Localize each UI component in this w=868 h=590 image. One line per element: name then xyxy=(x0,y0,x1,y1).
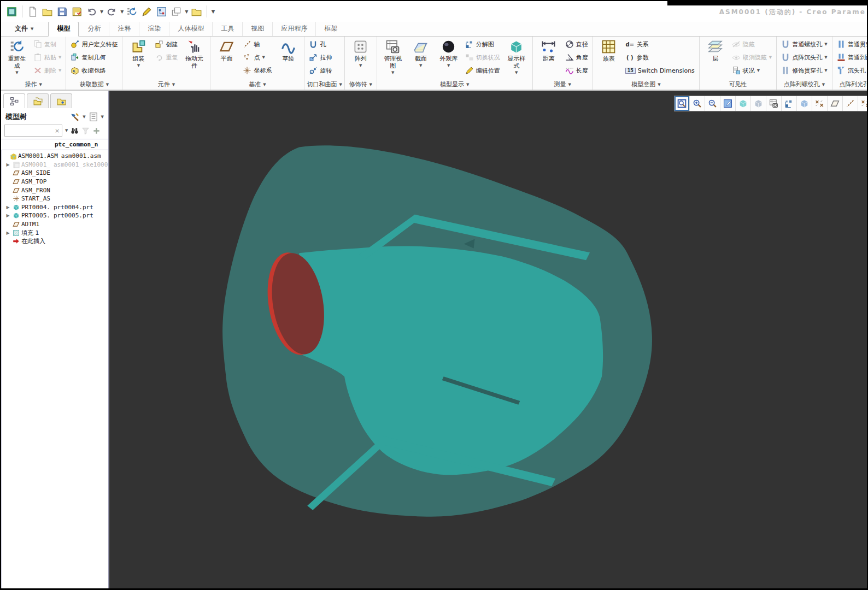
tab-analysis[interactable]: 分析 xyxy=(79,22,109,36)
tree-row-start-csys[interactable]: START_AS xyxy=(2,194,108,203)
tree-row-asm0001[interactable]: ASM0001.ASM asm0001.asm xyxy=(2,152,108,161)
tab-folder-browser[interactable] xyxy=(27,93,49,108)
group-label-pattern-threaded[interactable]: 点阵列螺纹孔▼ xyxy=(777,79,831,90)
edit-position-button[interactable]: 编辑位置 xyxy=(464,64,502,77)
tree-tools-icon[interactable] xyxy=(70,112,80,122)
tree-settings-icon[interactable] xyxy=(89,112,98,122)
cosmetic-thru-hole-button[interactable]: 修饰贯穿孔▼ xyxy=(779,64,829,77)
file-menu-button[interactable]: 文件▼ xyxy=(7,22,42,36)
section-button[interactable]: 截面▼ xyxy=(408,38,434,69)
view-manager-button[interactable] xyxy=(766,96,782,111)
add-column-icon[interactable] xyxy=(92,127,101,135)
pattern-csink-hole-button[interactable]: 点阵沉头孔▼ xyxy=(779,51,829,64)
tree-settings-arrow[interactable]: ▼ xyxy=(101,115,104,119)
regenerate-button[interactable]: 重新生成▼ xyxy=(4,38,30,76)
model-player-button[interactable] xyxy=(154,4,169,19)
paste-button[interactable]: 粘贴▼ xyxy=(32,51,63,64)
tab-applications[interactable]: 应用程序 xyxy=(272,22,315,36)
hole-button[interactable]: 孔 xyxy=(307,38,333,51)
group-label-operations[interactable]: 操作▼ xyxy=(1,79,66,90)
datum-plane-button[interactable]: 平面 xyxy=(213,38,239,62)
tab-manikin[interactable]: 人体模型 xyxy=(169,22,212,36)
tree-row-fill-1[interactable]: ▶ 填充 1 xyxy=(2,228,108,237)
3d-model-canvas[interactable] xyxy=(109,91,867,588)
distance-button[interactable]: 距离 xyxy=(536,38,562,62)
shrinkwrap-button[interactable]: 收缩包络 xyxy=(69,64,119,77)
tab-view[interactable]: 视图 xyxy=(242,22,272,36)
tree-search-input[interactable] xyxy=(4,125,62,137)
saved-orientations-button[interactable] xyxy=(751,96,766,111)
countersink-hole-button[interactable]: 沉头孔▼ xyxy=(835,64,867,77)
tab-favorites[interactable] xyxy=(50,93,72,108)
to-face-hole-button[interactable]: 普通到面 xyxy=(835,51,867,64)
group-label-cut-surface[interactable]: 切口和曲面▼ xyxy=(304,79,344,90)
display-style-toggle[interactable] xyxy=(736,96,751,111)
expander-icon[interactable]: ▶ xyxy=(5,213,11,218)
switch-status-button[interactable]: 切换状况 xyxy=(464,51,502,64)
open-session-button[interactable] xyxy=(189,4,204,19)
expander-icon[interactable]: ▶ xyxy=(5,205,11,210)
parameters-button[interactable]: ( )参数 xyxy=(624,51,696,64)
new-file-button[interactable] xyxy=(25,4,40,19)
tab-model[interactable]: 模型 xyxy=(48,21,79,37)
save-button[interactable] xyxy=(55,4,69,19)
group-label-datum[interactable]: 基准▼ xyxy=(210,79,304,90)
zoom-in-button[interactable] xyxy=(690,96,705,111)
redo-button[interactable] xyxy=(104,4,119,19)
exploded-view-button[interactable]: 分解图 xyxy=(464,38,502,51)
tree-row-skeleton[interactable]: ▶ ASM0001_ asm0001_ske1000 xyxy=(2,161,108,169)
erase-not-displayed-button[interactable] xyxy=(139,4,154,19)
repaint-button[interactable] xyxy=(720,96,736,111)
datum-csys-button[interactable]: 坐标系 xyxy=(241,64,273,77)
group-label-component[interactable]: 元件▼ xyxy=(122,79,210,90)
angle-button[interactable]: 角度 xyxy=(564,51,590,64)
axis-display-button[interactable] xyxy=(858,96,867,111)
refit-button[interactable] xyxy=(675,96,690,111)
delete-button[interactable]: 删除▼ xyxy=(32,64,63,77)
switch-dimensions-button[interactable]: 15Switch Dimensions xyxy=(624,64,696,77)
tree-tools-arrow[interactable]: ▼ xyxy=(83,115,85,119)
save-status-button[interactable] xyxy=(69,4,84,19)
drag-components-button[interactable]: 拖动元件 xyxy=(181,38,207,69)
tree-row-prt0005[interactable]: ▶ PRT0005. prt0005.prt xyxy=(2,211,108,220)
graphics-viewport[interactable] xyxy=(109,91,867,588)
tab-annotate[interactable]: 注释 xyxy=(109,22,139,36)
plane-display-button[interactable] xyxy=(843,96,858,111)
group-label-modifiers[interactable]: 修饰符▼ xyxy=(345,79,377,90)
diameter-button[interactable]: 直径 xyxy=(564,38,590,51)
copy-geometry-button[interactable]: 复制几何 xyxy=(69,51,119,64)
app-window-icon[interactable] xyxy=(4,4,19,19)
tree-row-insert-here[interactable]: 在此插入 xyxy=(2,237,108,246)
windows-dropdown-arrow[interactable]: ▼ xyxy=(185,9,188,14)
customize-qat-arrow[interactable]: ▼ xyxy=(211,9,215,14)
regenerate-manager-button[interactable] xyxy=(125,4,139,19)
find-icon[interactable] xyxy=(71,127,79,135)
tree-row-prt0004[interactable]: ▶ PRT0004. prt0004.prt xyxy=(2,203,108,212)
assemble-button[interactable]: 组装▼ xyxy=(125,38,151,69)
family-table-button[interactable]: 族表 xyxy=(596,38,622,62)
udf-button[interactable]: 用户定义特征 xyxy=(69,38,119,51)
std-threaded-hole-button[interactable]: 普通螺纹孔▼ xyxy=(779,38,829,51)
pattern-button[interactable]: 阵列▼ xyxy=(348,38,374,69)
tree-row-asm-front[interactable]: ASM_FRON xyxy=(2,186,108,194)
tab-model-tree[interactable] xyxy=(3,93,25,108)
copy-button[interactable]: 复制 xyxy=(32,38,63,51)
manage-views-button[interactable]: 管理视图▼ xyxy=(380,38,406,76)
group-label-model-display[interactable]: 模型显示▼ xyxy=(377,79,532,90)
open-file-button[interactable] xyxy=(40,4,55,19)
datum-axis-button[interactable]: 轴 xyxy=(241,38,273,51)
hide-button[interactable]: 隐藏 xyxy=(730,38,773,51)
tree-row-asm-top[interactable]: ASM_TOP xyxy=(2,178,108,186)
group-label-measure[interactable]: 测量▼ xyxy=(533,79,593,90)
appearance-gallery-button[interactable]: 外观库▼ xyxy=(436,38,462,69)
undo-dropdown-arrow[interactable]: ▼ xyxy=(100,9,103,14)
datum-point-button[interactable]: 点▼ xyxy=(241,51,273,64)
section-view-button[interactable] xyxy=(797,96,812,111)
plain-thru-hole-button[interactable]: 普通贯穿 xyxy=(835,38,867,51)
tab-render[interactable]: 渲染 xyxy=(139,22,169,36)
undo-button[interactable] xyxy=(84,4,99,19)
window-cascade-button[interactable] xyxy=(169,4,184,19)
tree-column-header[interactable]: ptc_common_n xyxy=(1,139,108,150)
tab-tools[interactable]: 工具 xyxy=(212,22,242,36)
group-label-model-intent[interactable]: 模型意图▼ xyxy=(593,79,699,90)
